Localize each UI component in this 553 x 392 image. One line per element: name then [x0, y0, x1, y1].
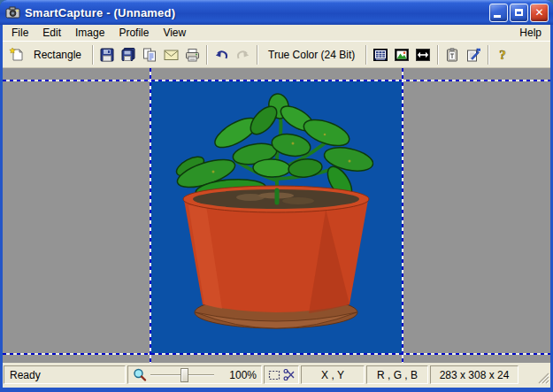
copy-icon: [142, 48, 157, 62]
menubar: File Edit Image Profile View Help: [3, 25, 550, 41]
redo-icon: [235, 48, 250, 61]
close-icon: ✕: [534, 7, 543, 18]
email-button[interactable]: [160, 44, 181, 65]
resize-icon: [416, 48, 430, 62]
toolbar-separator: [488, 45, 488, 65]
monitor-capture-icon: [373, 48, 388, 62]
selection-left-edge[interactable]: [150, 68, 151, 363]
toolbar-separator: [437, 45, 438, 65]
window-title: SmartCapture - (Unnamed): [25, 6, 489, 19]
print-button[interactable]: [181, 44, 203, 65]
smartcapture-window: SmartCapture - (Unnamed) ✕ File Edit Ima…: [0, 0, 553, 392]
email-icon: [164, 49, 179, 61]
status-text: Ready: [10, 369, 41, 381]
flower-pot: [183, 186, 369, 313]
menu-help[interactable]: Help: [512, 26, 549, 40]
zoom-slider-thumb[interactable]: [180, 368, 188, 382]
monitor-capture-button[interactable]: [370, 44, 391, 65]
selection-bottom-edge[interactable]: [3, 353, 550, 355]
menu-profile[interactable]: Profile: [111, 26, 156, 40]
toolbar: Rectangle: [3, 41, 550, 68]
scissors-icon: [283, 369, 296, 380]
redo-button: [232, 44, 253, 65]
save-all-icon: [120, 48, 136, 62]
pixel-color-panel: R , G , B: [366, 365, 428, 384]
titlebar[interactable]: SmartCapture - (Unnamed) ✕: [0, 0, 553, 25]
selection-top-edge[interactable]: [3, 80, 550, 81]
statusbar: Ready 100%: [3, 363, 550, 388]
help-icon: ?: [496, 48, 509, 62]
zoom-panel: 100%: [127, 365, 262, 384]
capture-workspace[interactable]: [3, 68, 550, 363]
selection-right-edge[interactable]: [402, 68, 403, 363]
zoom-value: 100%: [218, 369, 257, 381]
menu-image[interactable]: Image: [68, 26, 111, 40]
zoom-slider[interactable]: [150, 368, 214, 382]
new-capture-button[interactable]: [5, 44, 27, 65]
properties-button[interactable]: [463, 44, 484, 65]
image-info-panel: 283 x 308 x 24: [430, 365, 518, 384]
clipboard-icon: [445, 48, 459, 62]
help-button[interactable]: ?: [492, 44, 513, 65]
camera-icon: [5, 5, 20, 19]
close-button[interactable]: ✕: [530, 4, 549, 22]
save-icon: [100, 48, 114, 62]
menu-edit[interactable]: Edit: [35, 26, 68, 40]
captured-image[interactable]: [151, 81, 402, 354]
maximize-icon: [515, 9, 523, 16]
toolbar-separator: [206, 45, 207, 65]
copy-button[interactable]: [139, 44, 160, 65]
selection-mode-panel: [264, 365, 299, 384]
image-view-icon: [395, 48, 409, 62]
selection-rect-icon: [268, 370, 280, 380]
magnifier-icon: [133, 368, 147, 382]
toolbar-separator: [365, 45, 366, 65]
properties-icon: [466, 48, 481, 62]
rgb-label: R , G , B: [377, 369, 418, 381]
save-all-button[interactable]: [118, 44, 139, 65]
minimize-button[interactable]: [489, 4, 508, 22]
menu-view[interactable]: View: [156, 26, 193, 40]
svg-text:?: ?: [500, 48, 507, 62]
capture-shape-button[interactable]: Rectangle: [27, 44, 88, 65]
resize-grip-icon: [536, 371, 549, 384]
clipboard-button[interactable]: [442, 44, 463, 65]
cursor-coords-panel: X , Y: [301, 365, 365, 384]
new-capture-icon: [9, 47, 24, 62]
minimize-icon: [494, 15, 501, 18]
xy-label: X , Y: [321, 369, 344, 381]
toolbar-separator: [92, 45, 93, 65]
status-message-panel: Ready: [4, 365, 126, 384]
resize-grip[interactable]: [520, 365, 549, 384]
menu-file[interactable]: File: [4, 26, 35, 40]
save-button[interactable]: [96, 44, 118, 65]
undo-icon: [214, 48, 229, 61]
image-dimensions: 283 x 308 x 24: [440, 369, 510, 381]
color-depth-button[interactable]: True Color (24 Bit): [261, 44, 362, 65]
print-icon: [185, 48, 200, 62]
toolbar-separator: [257, 45, 257, 65]
resize-button[interactable]: [412, 44, 434, 65]
image-view-button[interactable]: [391, 44, 412, 65]
undo-button[interactable]: [211, 44, 232, 65]
maximize-button[interactable]: [510, 4, 528, 22]
